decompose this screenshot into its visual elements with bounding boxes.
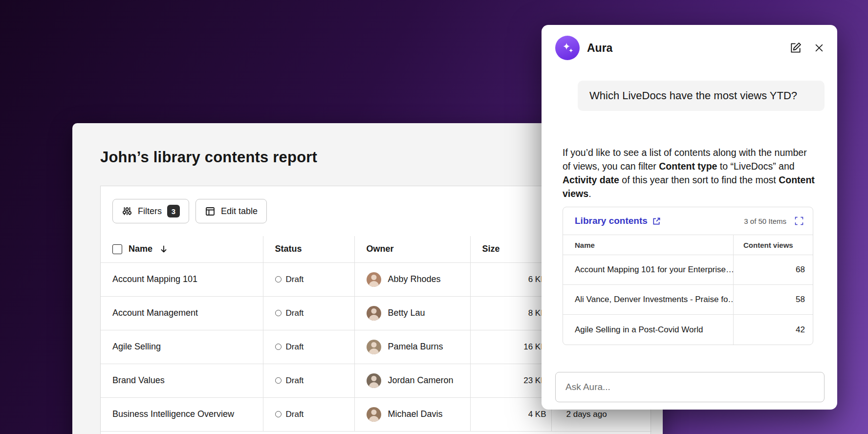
library-row-name: Agile Selling in a Post-Covid World [563,315,733,345]
library-row-name: Ali Vance, Denver Investments - Praise f… [563,285,733,314]
aura-title: Aura [587,42,612,55]
library-row[interactable]: Account Mapping 101 for your Enterprise…… [563,255,813,285]
owner-cell: Abby Rhodes [367,272,470,287]
size-cell: 6 KB [470,262,551,296]
column-header-status[interactable]: Status [263,236,354,262]
draft-status-icon [275,276,282,282]
status-badge: Draft [275,376,354,386]
status-badge: Draft [275,308,354,318]
library-contents-link[interactable]: Library contents [575,216,661,226]
library-card-column-headers: Name Content views [563,235,813,255]
draft-status-icon [275,411,282,417]
name-cell: Agile Selling [101,330,263,364]
filters-count-badge: 3 [167,205,180,217]
name-column-label: Name [129,244,152,254]
edit-table-button-label: Edit table [221,206,258,217]
draft-status-icon [275,377,282,384]
filters-button[interactable]: Filters 3 [112,199,189,223]
avatar [367,407,381,422]
avatar [367,306,381,321]
aura-assistant-panel: Aura [542,25,837,410]
name-cell: Brand Values [101,364,263,397]
close-icon [814,43,825,53]
library-row-views: 58 [733,285,813,314]
size-cell: 16 KB [470,330,551,364]
close-panel-button[interactable] [814,43,825,53]
name-cell: Account Mapping 101 [101,262,263,296]
ask-aura-input[interactable] [555,372,825,402]
column-header-owner[interactable]: Owner [354,236,470,262]
avatar [367,272,381,287]
external-link-icon [652,217,661,226]
draft-status-icon [275,310,282,316]
library-row-views: 68 [733,255,813,284]
items-count: 3 of 50 Items [744,217,786,225]
owner-cell: Betty Lau [367,306,470,321]
owner-cell: Jordan Cameron [367,373,470,388]
avatar [367,340,381,354]
library-row[interactable]: Agile Selling in a Post-Covid World 42 [563,315,813,345]
user-message-bubble: Which LiveDocs have the most views YTD? [578,81,825,111]
column-header-size[interactable]: Size [470,236,551,262]
aura-sparkle-icon [555,36,580,60]
select-all-checkbox[interactable] [112,244,122,254]
name-cell: Account Management [101,296,263,330]
sort-descending-icon[interactable] [159,244,169,254]
edit-table-button[interactable]: Edit table [195,199,267,223]
name-cell: Business Intelligence Overview [101,397,263,431]
library-row[interactable]: Ali Vance, Denver Investments - Praise f… [563,285,813,315]
size-cell: 4 KB [470,397,551,431]
draft-status-icon [275,344,282,350]
maximize-icon [794,216,804,226]
column-header-name[interactable]: Name [101,236,263,262]
avatar [367,373,381,388]
library-contents-link-label: Library contents [575,216,648,226]
table-icon [205,206,216,217]
size-cell: 23 KB [470,364,551,397]
library-row-views: 42 [733,315,813,345]
new-chat-button[interactable] [789,42,802,54]
owner-cell: Michael Davis [367,407,470,422]
library-contents-preview-card: Library contents 3 of 50 Items [563,207,813,345]
owner-cell: Pamela Burns [367,340,470,354]
status-badge: Draft [275,410,354,419]
aura-header: Aura [555,36,825,60]
status-badge: Draft [275,342,354,352]
size-cell: 8 KB [470,296,551,330]
filters-icon [122,206,132,217]
status-badge: Draft [275,275,354,284]
page-title: John’s library contents report [100,149,317,166]
library-column-views: Content views [733,235,813,255]
library-column-name: Name [563,235,733,255]
user-message-text: Which LiveDocs have the most views YTD? [589,89,797,102]
assistant-response: If you’d like to see a list of contents … [563,146,815,200]
filters-button-label: Filters [138,206,162,217]
library-card-header: Library contents 3 of 50 Items [563,207,813,235]
expand-card-button[interactable] [794,216,804,226]
compose-icon [789,42,802,54]
library-row-name: Account Mapping 101 for your Enterprise… [563,255,733,284]
